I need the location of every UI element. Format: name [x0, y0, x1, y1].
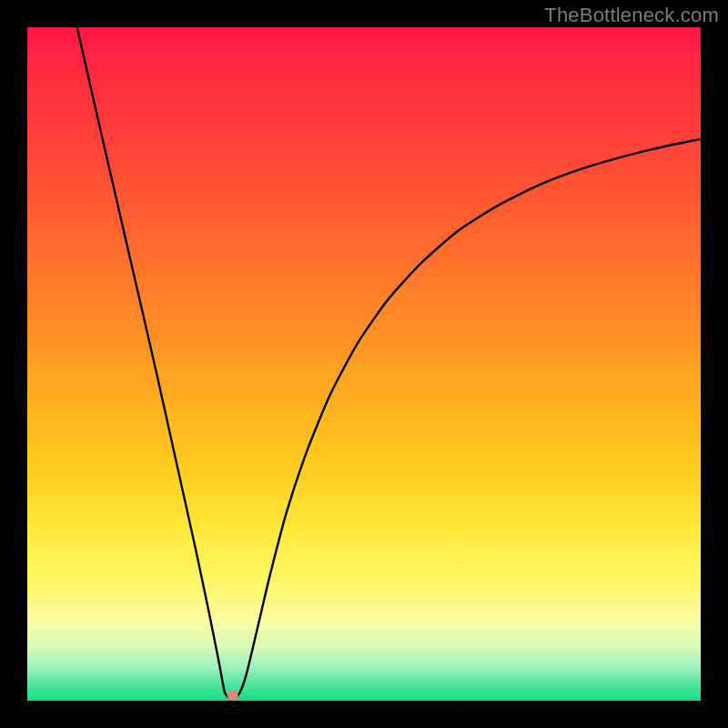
- svg-point-0: [228, 690, 238, 701]
- chart-frame: TheBottleneck.com: [0, 0, 728, 728]
- chart-curve: [27, 27, 701, 701]
- chart-plot-area: [27, 27, 701, 701]
- attribution-text: TheBottleneck.com: [544, 4, 719, 27]
